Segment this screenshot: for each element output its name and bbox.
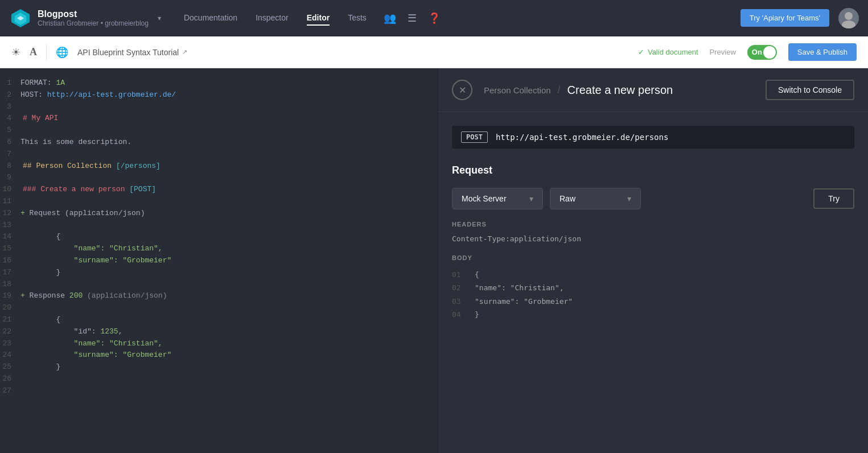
toolbar: ☀ A 🌐 API Blueprint Syntax Tutorial ↗ ✓ … bbox=[0, 36, 868, 68]
tab-editor[interactable]: Editor bbox=[307, 11, 330, 26]
editor-pane[interactable]: 1FORMAT: 1A2HOST: http://api-test.grobme… bbox=[0, 68, 438, 453]
line-number: 19 bbox=[0, 290, 20, 302]
line-content: "name": "Christian", bbox=[20, 338, 438, 350]
line-number: 27 bbox=[0, 385, 20, 397]
line-content: ## Person Collection [/persons] bbox=[23, 160, 438, 172]
body-line-content: "name": "Christian", bbox=[475, 281, 564, 294]
project-chevron-icon[interactable]: ▾ bbox=[158, 14, 161, 22]
line-content: ### Create a new person [POST] bbox=[23, 184, 438, 196]
format-dropdown[interactable]: Raw ▾ bbox=[550, 188, 641, 209]
line-content: + Request (application/json) bbox=[20, 208, 438, 220]
top-nav: Blogpost Christian Grobmeier • grobmeier… bbox=[0, 0, 868, 36]
line-content: + Response 200 (application/json) bbox=[20, 290, 438, 302]
editor-line: 19+ Response 200 (application/json) bbox=[0, 290, 438, 302]
doc-link[interactable]: API Blueprint Syntax Tutorial ↗ bbox=[77, 48, 187, 57]
breadcrumb-current: Create a new person bbox=[567, 84, 673, 97]
body-line-number: 02 bbox=[452, 281, 466, 294]
line-number: 24 bbox=[0, 349, 20, 361]
help-icon[interactable]: ❓ bbox=[428, 12, 441, 24]
body-line-number: 01 bbox=[452, 268, 466, 281]
nav-tabs: Documentation Inspector Editor Tests bbox=[184, 11, 367, 26]
line-content: "id": 1235, bbox=[20, 326, 438, 338]
line-content: "surname": "Grobmeier" bbox=[20, 349, 438, 361]
editor-line: 9 bbox=[0, 172, 438, 184]
line-content: FORMAT: 1A bbox=[20, 77, 438, 89]
url-base: http://api-test.grobmeier.de bbox=[496, 133, 630, 142]
editor-line: 12+ Request (application/json) bbox=[0, 208, 438, 220]
tab-inspector[interactable]: Inspector bbox=[256, 11, 289, 26]
url-path: /persons bbox=[630, 133, 668, 142]
toggle-label: On bbox=[752, 48, 762, 56]
save-publish-button[interactable]: Save & Publish bbox=[788, 43, 857, 61]
server-dropdown[interactable]: Mock Server ▾ bbox=[452, 188, 543, 209]
body-line-content: "surname": "Grobmeier" bbox=[475, 295, 573, 308]
line-number: 3 bbox=[0, 101, 20, 113]
breadcrumb-separator: / bbox=[558, 84, 561, 96]
line-number: 22 bbox=[0, 326, 20, 338]
editor-line: 24 "surname": "Grobmeier" bbox=[0, 349, 438, 361]
preview-label: Preview bbox=[710, 48, 736, 56]
sun-icon[interactable]: ☀ bbox=[11, 46, 20, 59]
line-number: 12 bbox=[0, 208, 20, 220]
body-line-content: { bbox=[475, 268, 479, 281]
nav-right: Try 'Apiary for Teams' bbox=[741, 8, 859, 28]
team-icon[interactable]: 👥 bbox=[384, 12, 396, 24]
toggle-wrap: On bbox=[747, 45, 777, 60]
editor-line: 3 bbox=[0, 101, 438, 113]
line-number: 26 bbox=[0, 373, 20, 385]
editor-line: 18 bbox=[0, 279, 438, 291]
line-number: 1 bbox=[0, 77, 20, 89]
doc-link-text: API Blueprint Syntax Tutorial bbox=[77, 48, 179, 57]
logo-area: Blogpost Christian Grobmeier • grobmeier… bbox=[9, 7, 161, 30]
line-content: { bbox=[20, 231, 438, 243]
line-content: } bbox=[20, 361, 438, 373]
editor-line: 26 bbox=[0, 373, 438, 385]
try-request-button[interactable]: Try bbox=[813, 188, 854, 209]
on-off-toggle[interactable]: On bbox=[747, 45, 777, 60]
line-number: 8 bbox=[0, 160, 20, 172]
toolbar-right: ✓ Valid document Preview On Save & Publi… bbox=[638, 43, 857, 61]
line-number: 21 bbox=[0, 314, 20, 326]
main-area: 1FORMAT: 1A2HOST: http://api-test.grobme… bbox=[0, 68, 868, 453]
menu-icon[interactable]: ☰ bbox=[408, 12, 417, 24]
editor-line: 22 "id": 1235, bbox=[0, 326, 438, 338]
line-content: "name": "Christian", bbox=[20, 243, 438, 255]
font-icon[interactable]: A bbox=[30, 46, 37, 58]
header-value: Content-Type:application/json bbox=[452, 234, 854, 243]
editor-line: 5 bbox=[0, 125, 438, 137]
valid-document-label: Valid document bbox=[648, 48, 698, 56]
editor-line: 21 { bbox=[0, 314, 438, 326]
editor-line: 10### Create a new person [POST] bbox=[0, 184, 438, 196]
line-content: { bbox=[20, 314, 438, 326]
toggle-knob bbox=[763, 46, 776, 59]
editor-line: 23 "name": "Christian", bbox=[0, 338, 438, 350]
request-section-title: Request bbox=[452, 164, 854, 176]
line-number: 16 bbox=[0, 255, 20, 267]
controls-row: Mock Server ▾ Raw ▾ Try bbox=[452, 188, 854, 209]
try-teams-button[interactable]: Try 'Apiary for Teams' bbox=[741, 9, 829, 27]
body-line-content: } bbox=[475, 308, 479, 321]
format-dropdown-label: Raw bbox=[560, 194, 575, 203]
body-section: BODY 01{02 "name": "Christian",03 "surna… bbox=[452, 254, 854, 322]
editor-line: 13 bbox=[0, 220, 438, 232]
logo-text: Blogpost Christian Grobmeier • grobmeier… bbox=[38, 9, 149, 27]
right-header: ✕ Person Collection / Create a new perso… bbox=[438, 68, 868, 112]
editor-line: 8## Person Collection [/persons] bbox=[0, 160, 438, 172]
tab-documentation[interactable]: Documentation bbox=[184, 11, 237, 26]
line-content: HOST: http://api-test.grobmeier.de/ bbox=[20, 89, 438, 101]
breadcrumb-parent: Person Collection bbox=[484, 85, 551, 95]
globe-icon: 🌐 bbox=[56, 46, 68, 59]
tab-tests[interactable]: Tests bbox=[348, 11, 367, 26]
body-line: 02 "name": "Christian", bbox=[452, 281, 854, 294]
line-number: 15 bbox=[0, 243, 20, 255]
avatar[interactable] bbox=[838, 8, 859, 28]
switch-console-button[interactable]: Switch to Console bbox=[766, 80, 854, 100]
line-number: 9 bbox=[0, 172, 20, 184]
close-button[interactable]: ✕ bbox=[452, 80, 472, 100]
line-number: 5 bbox=[0, 125, 20, 137]
body-line: 01{ bbox=[452, 268, 854, 281]
nav-icons: 👥 ☰ ❓ bbox=[384, 12, 441, 24]
editor-line: 11 bbox=[0, 196, 438, 208]
line-content: "surname": "Grobmeier" bbox=[20, 255, 438, 267]
line-number: 10 bbox=[0, 184, 20, 196]
